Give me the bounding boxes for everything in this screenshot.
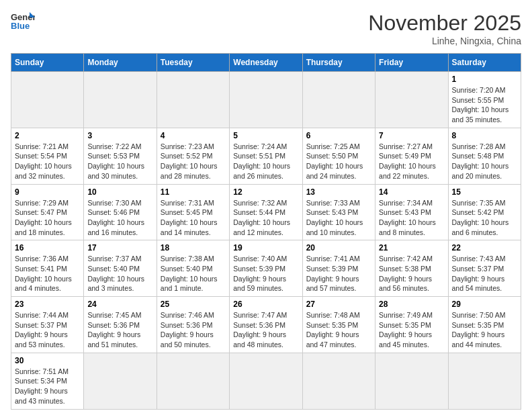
day-number: 2: [15, 131, 80, 140]
day-number: 30: [15, 356, 80, 365]
calendar-cell: [230, 72, 302, 128]
calendar-cell: [84, 353, 157, 409]
calendar-week-row: 23Sunrise: 7:44 AM Sunset: 5:37 PM Dayli…: [11, 297, 521, 353]
day-number: 17: [87, 243, 152, 253]
calendar-table: SundayMondayTuesdayWednesdayThursdayFrid…: [11, 53, 521, 410]
calendar-cell: [448, 353, 521, 409]
calendar-cell: [375, 353, 448, 409]
day-number: 6: [306, 131, 371, 140]
calendar-cell: 20Sunrise: 7:41 AM Sunset: 5:39 PM Dayli…: [302, 240, 375, 297]
calendar-cell: [375, 72, 448, 128]
calendar-header-row: SundayMondayTuesdayWednesdayThursdayFrid…: [11, 54, 521, 72]
calendar-cell: [157, 353, 229, 409]
day-number: 3: [87, 131, 152, 140]
day-number: 13: [306, 187, 371, 197]
day-number: 11: [161, 187, 226, 197]
day-number: 15: [452, 187, 517, 197]
day-number: 9: [15, 187, 80, 197]
day-info: Sunrise: 7:36 AM Sunset: 5:41 PM Dayligh…: [15, 254, 80, 293]
calendar-cell: 12Sunrise: 7:32 AM Sunset: 5:44 PM Dayli…: [230, 184, 302, 240]
calendar-week-row: 2Sunrise: 7:21 AM Sunset: 5:54 PM Daylig…: [11, 128, 521, 184]
day-info: Sunrise: 7:29 AM Sunset: 5:47 PM Dayligh…: [15, 198, 80, 238]
day-header-wednesday: Wednesday: [230, 54, 302, 72]
calendar-cell: 30Sunrise: 7:51 AM Sunset: 5:34 PM Dayli…: [11, 353, 84, 409]
day-info: Sunrise: 7:45 AM Sunset: 5:36 PM Dayligh…: [87, 310, 152, 350]
calendar-cell: 10Sunrise: 7:30 AM Sunset: 5:46 PM Dayli…: [84, 184, 157, 240]
calendar-cell: 21Sunrise: 7:42 AM Sunset: 5:38 PM Dayli…: [375, 240, 448, 297]
calendar-cell: 15Sunrise: 7:35 AM Sunset: 5:42 PM Dayli…: [448, 184, 521, 240]
day-info: Sunrise: 7:46 AM Sunset: 5:36 PM Dayligh…: [161, 310, 226, 350]
day-number: 20: [306, 243, 371, 253]
day-number: 4: [161, 131, 226, 140]
calendar-cell: 4Sunrise: 7:23 AM Sunset: 5:52 PM Daylig…: [157, 128, 229, 184]
day-number: 21: [379, 243, 444, 253]
calendar-cell: [84, 72, 157, 128]
calendar-cell: 9Sunrise: 7:29 AM Sunset: 5:47 PM Daylig…: [11, 184, 84, 240]
calendar-cell: [302, 72, 375, 128]
day-number: 16: [15, 243, 80, 253]
calendar-cell: 27Sunrise: 7:48 AM Sunset: 5:35 PM Dayli…: [302, 297, 375, 353]
page-header: General Blue November 2025 Linhe, Ningxi…: [11, 11, 521, 46]
day-info: Sunrise: 7:25 AM Sunset: 5:50 PM Dayligh…: [306, 142, 371, 181]
day-info: Sunrise: 7:42 AM Sunset: 5:38 PM Dayligh…: [379, 254, 444, 293]
day-number: 14: [379, 187, 444, 197]
day-info: Sunrise: 7:20 AM Sunset: 5:55 PM Dayligh…: [452, 85, 517, 125]
calendar-cell: 22Sunrise: 7:43 AM Sunset: 5:37 PM Dayli…: [448, 240, 521, 297]
day-info: Sunrise: 7:47 AM Sunset: 5:36 PM Dayligh…: [233, 310, 298, 350]
logo: General Blue: [11, 11, 35, 31]
calendar-cell: 29Sunrise: 7:50 AM Sunset: 5:35 PM Dayli…: [448, 297, 521, 353]
day-number: 10: [87, 187, 152, 197]
day-header-sunday: Sunday: [11, 54, 84, 72]
day-number: 25: [161, 300, 226, 309]
calendar-cell: [157, 72, 229, 128]
day-number: 23: [15, 300, 80, 309]
day-header-thursday: Thursday: [302, 54, 375, 72]
day-number: 5: [233, 131, 298, 140]
calendar-cell: 11Sunrise: 7:31 AM Sunset: 5:45 PM Dayli…: [157, 184, 229, 240]
calendar-cell: 17Sunrise: 7:37 AM Sunset: 5:40 PM Dayli…: [84, 240, 157, 297]
calendar-cell: 16Sunrise: 7:36 AM Sunset: 5:41 PM Dayli…: [11, 240, 84, 297]
calendar-cell: 8Sunrise: 7:28 AM Sunset: 5:48 PM Daylig…: [448, 128, 521, 184]
calendar-week-row: 16Sunrise: 7:36 AM Sunset: 5:41 PM Dayli…: [11, 240, 521, 297]
calendar-cell: 7Sunrise: 7:27 AM Sunset: 5:49 PM Daylig…: [375, 128, 448, 184]
calendar-week-row: 9Sunrise: 7:29 AM Sunset: 5:47 PM Daylig…: [11, 184, 521, 240]
calendar-cell: 25Sunrise: 7:46 AM Sunset: 5:36 PM Dayli…: [157, 297, 229, 353]
day-number: 19: [233, 243, 298, 253]
day-info: Sunrise: 7:34 AM Sunset: 5:43 PM Dayligh…: [379, 198, 444, 238]
logo-icon: General Blue: [11, 11, 35, 31]
day-info: Sunrise: 7:31 AM Sunset: 5:45 PM Dayligh…: [161, 198, 226, 238]
day-info: Sunrise: 7:23 AM Sunset: 5:52 PM Dayligh…: [161, 142, 226, 181]
day-header-friday: Friday: [375, 54, 448, 72]
calendar-cell: 26Sunrise: 7:47 AM Sunset: 5:36 PM Dayli…: [230, 297, 302, 353]
calendar-cell: 24Sunrise: 7:45 AM Sunset: 5:36 PM Dayli…: [84, 297, 157, 353]
calendar-cell: 28Sunrise: 7:49 AM Sunset: 5:35 PM Dayli…: [375, 297, 448, 353]
day-number: 8: [452, 131, 517, 140]
day-number: 26: [233, 300, 298, 309]
calendar-cell: 2Sunrise: 7:21 AM Sunset: 5:54 PM Daylig…: [11, 128, 84, 184]
day-header-monday: Monday: [84, 54, 157, 72]
day-header-saturday: Saturday: [448, 54, 521, 72]
day-number: 27: [306, 300, 371, 309]
day-info: Sunrise: 7:35 AM Sunset: 5:42 PM Dayligh…: [452, 198, 517, 238]
calendar-cell: 5Sunrise: 7:24 AM Sunset: 5:51 PM Daylig…: [230, 128, 302, 184]
day-info: Sunrise: 7:50 AM Sunset: 5:35 PM Dayligh…: [452, 310, 517, 350]
calendar-cell: [302, 353, 375, 409]
day-info: Sunrise: 7:21 AM Sunset: 5:54 PM Dayligh…: [15, 142, 80, 181]
day-info: Sunrise: 7:37 AM Sunset: 5:40 PM Dayligh…: [87, 254, 152, 293]
day-number: 22: [452, 243, 517, 253]
day-info: Sunrise: 7:30 AM Sunset: 5:46 PM Dayligh…: [87, 198, 152, 238]
day-info: Sunrise: 7:51 AM Sunset: 5:34 PM Dayligh…: [15, 367, 80, 406]
day-number: 18: [161, 243, 226, 253]
day-info: Sunrise: 7:41 AM Sunset: 5:39 PM Dayligh…: [306, 254, 371, 293]
calendar-cell: 3Sunrise: 7:22 AM Sunset: 5:53 PM Daylig…: [84, 128, 157, 184]
day-number: 24: [87, 300, 152, 309]
calendar-cell: [230, 353, 302, 409]
month-title: November 2025: [368, 11, 521, 36]
day-info: Sunrise: 7:43 AM Sunset: 5:37 PM Dayligh…: [452, 254, 517, 293]
day-info: Sunrise: 7:48 AM Sunset: 5:35 PM Dayligh…: [306, 310, 371, 350]
calendar-cell: 13Sunrise: 7:33 AM Sunset: 5:43 PM Dayli…: [302, 184, 375, 240]
day-info: Sunrise: 7:44 AM Sunset: 5:37 PM Dayligh…: [15, 310, 80, 350]
day-info: Sunrise: 7:49 AM Sunset: 5:35 PM Dayligh…: [379, 310, 444, 350]
day-info: Sunrise: 7:40 AM Sunset: 5:39 PM Dayligh…: [233, 254, 298, 293]
calendar-cell: 1Sunrise: 7:20 AM Sunset: 5:55 PM Daylig…: [448, 72, 521, 128]
